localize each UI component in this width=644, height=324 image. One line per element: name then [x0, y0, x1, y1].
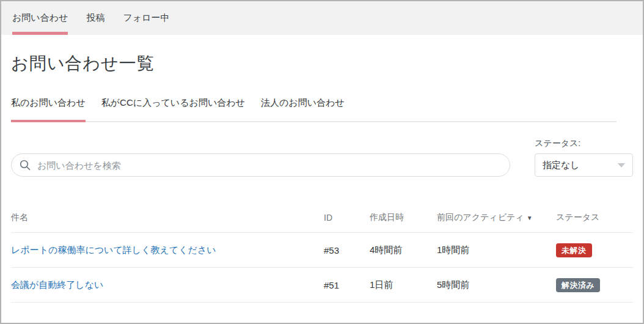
status-badge: 解決済み: [556, 278, 600, 292]
status-filter: ステータス: 指定なし: [535, 138, 633, 177]
filter-row: ステータス: 指定なし: [11, 138, 633, 177]
request-id: #51: [324, 280, 370, 290]
tab-contributions-label: 投稿: [86, 12, 104, 24]
requests-table: 件名 ID 作成日時 前回のアクティビティ▼ ステータス レポートの稼働率につい…: [11, 202, 633, 303]
status-filter-select[interactable]: 指定なし: [535, 153, 633, 177]
requests-page: お問い合わせ 投稿 フォロー中 お問い合わせ一覧 私のお問い合わせ 私がCCに入…: [0, 0, 644, 324]
search-icon: [20, 160, 31, 171]
status-badge: 未解決: [556, 243, 592, 257]
request-last-activity: 5時間前: [437, 279, 556, 291]
subtab-organization-requests[interactable]: 法人のお問い合わせ: [261, 97, 345, 122]
header-status: ステータス: [556, 212, 628, 223]
tab-requests[interactable]: お問い合わせ: [12, 1, 68, 35]
request-subject-link[interactable]: 会議が自動終了しない: [11, 279, 103, 290]
page-title: お問い合わせ一覧: [11, 52, 633, 75]
subtab-cc-requests[interactable]: 私がCCに入っているお問い合わせ: [101, 97, 245, 122]
request-id: #53: [324, 245, 370, 256]
chevron-down-icon: [618, 163, 625, 168]
search-input[interactable]: [11, 153, 510, 177]
tab-requests-label: お問い合わせ: [12, 12, 68, 24]
table-header-row: 件名 ID 作成日時 前回のアクティビティ▼ ステータス: [11, 202, 633, 233]
top-tab-bar: お問い合わせ 投稿 フォロー中: [1, 1, 643, 35]
status-filter-value: 指定なし: [543, 160, 580, 171]
header-id: ID: [324, 213, 370, 223]
request-created: 1日前: [370, 279, 437, 291]
search-box: [11, 153, 510, 177]
subtab-my-requests[interactable]: 私のお問い合わせ: [11, 97, 86, 122]
request-filter-tabs: 私のお問い合わせ 私がCCに入っているお問い合わせ 法人のお問い合わせ: [11, 97, 617, 122]
tab-following[interactable]: フォロー中: [123, 1, 169, 35]
sort-descending-icon: ▼: [527, 215, 533, 221]
header-last-activity[interactable]: 前回のアクティビティ▼: [437, 212, 556, 223]
tab-following-label: フォロー中: [123, 12, 169, 24]
header-created: 作成日時: [370, 212, 437, 223]
request-last-activity: 1時間前: [437, 245, 556, 256]
main-content: お問い合わせ一覧 私のお問い合わせ 私がCCに入っているお問い合わせ 法人のお問…: [1, 52, 643, 303]
request-subject-link[interactable]: レポートの稼働率について詳しく教えてください: [11, 245, 216, 255]
header-subject: 件名: [11, 212, 324, 223]
request-created: 4時間前: [370, 245, 437, 256]
tab-contributions[interactable]: 投稿: [86, 1, 104, 35]
table-row: 会議が自動終了しない #51 1日前 5時間前 解決済み: [11, 268, 633, 303]
status-filter-label: ステータス:: [535, 138, 633, 149]
table-row: レポートの稼働率について詳しく教えてください #53 4時間前 1時間前 未解決: [11, 233, 633, 268]
